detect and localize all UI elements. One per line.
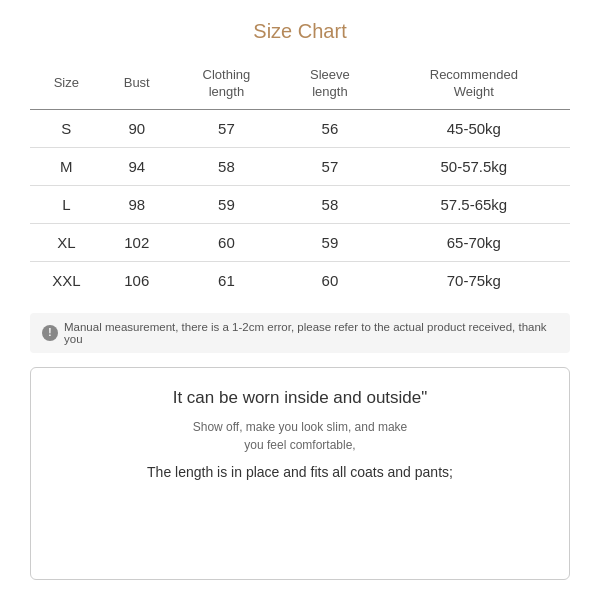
promo-detail-text: The length is in place and fits all coat… bbox=[147, 464, 453, 480]
table-row: S90575645-50kg bbox=[30, 109, 570, 147]
table-row: XXL106616070-75kg bbox=[30, 261, 570, 299]
table-cell: 58 bbox=[282, 185, 378, 223]
table-cell: 90 bbox=[103, 109, 171, 147]
size-chart-table: Size Bust Clothinglength Sleevelength Re… bbox=[30, 61, 570, 299]
table-cell: XL bbox=[30, 223, 103, 261]
table-cell: 61 bbox=[171, 261, 282, 299]
table-cell: 45-50kg bbox=[378, 109, 570, 147]
table-cell: 98 bbox=[103, 185, 171, 223]
measurement-note: ! Manual measurement, there is a 1-2cm e… bbox=[30, 313, 570, 353]
table-cell: 60 bbox=[171, 223, 282, 261]
table-cell: 70-75kg bbox=[378, 261, 570, 299]
table-cell: L bbox=[30, 185, 103, 223]
table-cell: 102 bbox=[103, 223, 171, 261]
promo-sub-text: Show off, make you look slim, and makeyo… bbox=[193, 418, 408, 454]
table-cell: S bbox=[30, 109, 103, 147]
table-cell: 57.5-65kg bbox=[378, 185, 570, 223]
table-cell: 57 bbox=[171, 109, 282, 147]
table-row: M94585750-57.5kg bbox=[30, 147, 570, 185]
table-row: XL102605965-70kg bbox=[30, 223, 570, 261]
table-cell: 106 bbox=[103, 261, 171, 299]
table-cell: 50-57.5kg bbox=[378, 147, 570, 185]
table-cell: 60 bbox=[282, 261, 378, 299]
col-header-size: Size bbox=[30, 61, 103, 109]
table-cell: 94 bbox=[103, 147, 171, 185]
note-text: Manual measurement, there is a 1-2cm err… bbox=[64, 321, 558, 345]
table-cell: 56 bbox=[282, 109, 378, 147]
page-container: Size Chart Size Bust Clothinglength Slee… bbox=[0, 0, 600, 600]
table-row: L98595857.5-65kg bbox=[30, 185, 570, 223]
col-header-clothing-length: Clothinglength bbox=[171, 61, 282, 109]
col-header-bust: Bust bbox=[103, 61, 171, 109]
col-header-recommended-weight: RecommendedWeight bbox=[378, 61, 570, 109]
info-icon: ! bbox=[42, 325, 58, 341]
promo-section: It can be worn inside and outside" Show … bbox=[30, 367, 570, 580]
table-cell: 59 bbox=[171, 185, 282, 223]
page-title: Size Chart bbox=[30, 20, 570, 43]
table-header-row: Size Bust Clothinglength Sleevelength Re… bbox=[30, 61, 570, 109]
table-cell: 58 bbox=[171, 147, 282, 185]
col-header-sleeve-length: Sleevelength bbox=[282, 61, 378, 109]
table-cell: 57 bbox=[282, 147, 378, 185]
table-cell: 59 bbox=[282, 223, 378, 261]
table-cell: 65-70kg bbox=[378, 223, 570, 261]
table-cell: XXL bbox=[30, 261, 103, 299]
table-cell: M bbox=[30, 147, 103, 185]
promo-main-text: It can be worn inside and outside" bbox=[173, 388, 428, 408]
